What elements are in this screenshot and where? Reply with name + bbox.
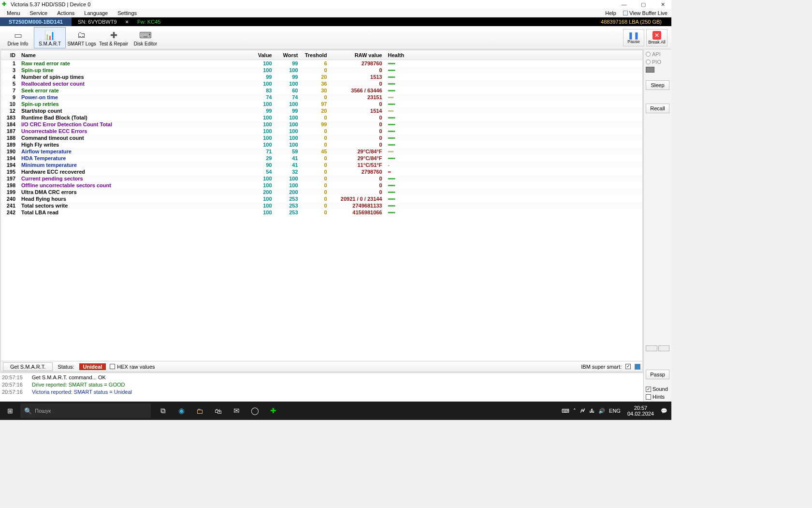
table-row[interactable]: 189High Fly writes10010000••••• [1, 141, 642, 148]
attr-name: Minimum temperature [18, 162, 249, 168]
language-indicator[interactable]: ENG [609, 408, 621, 414]
attr-name: Spin-up time [18, 67, 249, 73]
view-buffer-live[interactable]: View Buffer Live [621, 10, 669, 16]
table-row[interactable]: 187Uncorrectable ECC Errors10010000••••• [1, 128, 642, 134]
attr-name: Runtime Bad Block (Total) [18, 115, 249, 120]
sound-checkbox[interactable]: Sound [646, 386, 669, 392]
taskview-icon[interactable]: ⧉ [155, 403, 171, 419]
volume-icon[interactable]: 🔊 [598, 408, 605, 414]
search-box[interactable]: 🔍 Пошук [20, 403, 151, 418]
table-row[interactable]: 7Seek error rate8360303566 / 63446••••• [1, 87, 642, 94]
chrome-icon[interactable]: ◯ [246, 403, 263, 419]
ibm-label: IBM super smart: [581, 364, 622, 370]
maximize-button[interactable]: ▢ [637, 1, 650, 8]
titlebar: ✚ Victoria 5.37 HDD/SSD | Device 0 — ▢ ✕ [0, 0, 671, 9]
table-row[interactable]: 5Reallocated sector count100100360••••• [1, 80, 642, 87]
battery-icon[interactable]: 🗲 [580, 408, 585, 414]
table-row[interactable]: 242Total LBA read10025304156981066••••• [1, 209, 642, 216]
explorer-icon[interactable]: 🗀 [191, 403, 208, 419]
menu-service[interactable]: Service [25, 9, 53, 17]
table-row[interactable]: 184I/O CRC Error Detection Count Total10… [1, 121, 642, 128]
tab-smart-logs[interactable]: 🗂SMART Logs [66, 27, 98, 48]
close-button[interactable]: ✕ [656, 1, 669, 8]
color-indicator [635, 364, 640, 370]
edge-icon[interactable]: ◉ [173, 403, 189, 419]
store-icon[interactable]: 🛍 [210, 403, 226, 419]
drive-tab[interactable]: ST250DM000-1BD141 [0, 17, 72, 26]
table-row[interactable]: 183Runtime Bad Block (Total)10010000••••… [1, 114, 642, 121]
clock[interactable]: 20:57 04.02.2024 [624, 405, 657, 417]
pause-button[interactable]: ❚❚Pause [623, 29, 644, 46]
col-worst[interactable]: Worst [275, 52, 301, 58]
attr-name: High Fly writes [18, 142, 249, 148]
attr-name: Current pending sectors [18, 176, 249, 181]
tab-disk-editor[interactable]: ⌨Disk Editor [130, 27, 161, 48]
start-button[interactable]: ⊞ [0, 402, 20, 420]
checkbox-icon [625, 364, 631, 369]
table-row[interactable]: 195Hardware ECC recovered543202798760•• [1, 168, 642, 175]
attr-name: I/O CRC Error Detection Count Total [18, 121, 249, 127]
tab-drive-info[interactable]: ▭Drive Info [2, 27, 34, 48]
table-row[interactable]: 3Spin-up time10010000••••• [1, 67, 642, 74]
checkbox-icon [110, 364, 115, 369]
minimize-button[interactable]: — [617, 1, 631, 8]
table-row[interactable]: 194HDA Temperature2941029°C/84°F••••• [1, 155, 642, 162]
col-raw[interactable]: RAW value [330, 52, 385, 58]
tab-test-repair[interactable]: ✚Test & Repair [98, 27, 130, 48]
mini-buttons[interactable] [646, 345, 669, 351]
table-row[interactable]: 194Minimum temperature9041011°C/51°F- [1, 162, 642, 168]
menu-actions[interactable]: Actions [52, 9, 79, 17]
passp-button[interactable]: Passp [646, 370, 669, 379]
col-name[interactable]: Name [18, 52, 249, 58]
mail-icon[interactable]: ✉ [228, 403, 245, 419]
taskbar: ⊞ 🔍 Пошук ⧉ ◉ 🗀 🛍 ✉ ◯ ✚ ⌨ ˄ 🗲 🖧 🔊 ENG 20… [0, 402, 671, 420]
infobar: ST250DM000-1BD141 SN: 6VYDBWT9 × Fw: KC4… [0, 17, 671, 26]
table-row[interactable]: 240Head flying hours100253020921 / 0 / 2… [1, 195, 642, 202]
table-row[interactable]: 10Spin-up retries100100970••••• [1, 101, 642, 107]
close-tab-icon[interactable]: × [123, 19, 131, 25]
hex-raw-checkbox[interactable]: HEX raw values [110, 364, 155, 370]
tab-icon: ▭ [14, 30, 22, 41]
table-row[interactable]: 190Airflow temperature71594529°C/84°F•••… [1, 148, 642, 155]
smart-table: ID Name Value Worst Treshold RAW value H… [0, 50, 643, 372]
get-smart-button[interactable]: Get S.M.A.R.T. [3, 362, 53, 371]
col-value[interactable]: Value [249, 52, 275, 58]
recall-button[interactable]: Recall [646, 104, 669, 113]
menu-language[interactable]: Language [79, 9, 113, 17]
col-id[interactable]: ID [1, 52, 18, 58]
hints-checkbox[interactable]: Hints [646, 394, 669, 400]
notifications-icon[interactable]: 💬 [661, 408, 667, 414]
sleep-button[interactable]: Sleep [646, 80, 669, 90]
attr-name: Hardware ECC recovered [18, 169, 249, 175]
break-all-button[interactable]: ✕Break All [646, 29, 667, 46]
menu-menu[interactable]: Menu [2, 9, 25, 17]
table-row[interactable]: 199Ultra DMA CRC errors20020000••••• [1, 189, 642, 195]
table-row[interactable]: 4Number of spin-up times9999201513••••• [1, 74, 642, 80]
menu-help[interactable]: Help [600, 9, 621, 17]
table-row[interactable]: 9Power-on time7474023151•••• [1, 94, 642, 101]
log-row: 20:57:16Drive reported: SMART status = G… [2, 381, 641, 388]
table-row[interactable]: 241Total sectors write10025302749681133•… [1, 202, 642, 209]
pio-radio[interactable]: PIO [646, 59, 669, 65]
table-row[interactable]: 1Raw read error rate1009962798760••••• [1, 60, 642, 67]
col-health[interactable]: Health [385, 52, 412, 58]
network-icon[interactable]: 🖧 [589, 408, 594, 414]
table-row[interactable]: 12Start/stop count9999201514•••• [1, 107, 642, 114]
attr-name: Seek error rate [18, 88, 249, 93]
table-row[interactable]: 197Current pending sectors10010000••••• [1, 175, 642, 182]
col-threshold[interactable]: Treshold [301, 52, 330, 58]
table-row[interactable]: 198Offline uncorrectable sectors count10… [1, 182, 642, 189]
chevron-up-icon[interactable]: ˄ [573, 408, 576, 414]
attr-name: Head flying hours [18, 196, 249, 202]
keyboard-icon[interactable]: ⌨ [562, 408, 569, 414]
tab-icon: ✚ [110, 30, 117, 41]
ibm-smart-checkbox[interactable] [625, 364, 631, 369]
attr-name: Total LBA read [18, 209, 249, 215]
table-row[interactable]: 188Command timeout count10010000••••• [1, 134, 642, 141]
victoria-icon[interactable]: ✚ [265, 403, 281, 419]
search-icon: 🔍 [24, 407, 32, 415]
tab-s-m-a-r-t[interactable]: 📊S.M.A.R.T [34, 27, 66, 48]
api-radio[interactable]: API [646, 51, 669, 57]
systray[interactable]: ⌨ ˄ 🗲 🖧 🔊 ENG 20:57 04.02.2024 💬 [558, 405, 671, 417]
menu-settings[interactable]: Settings [113, 9, 142, 17]
